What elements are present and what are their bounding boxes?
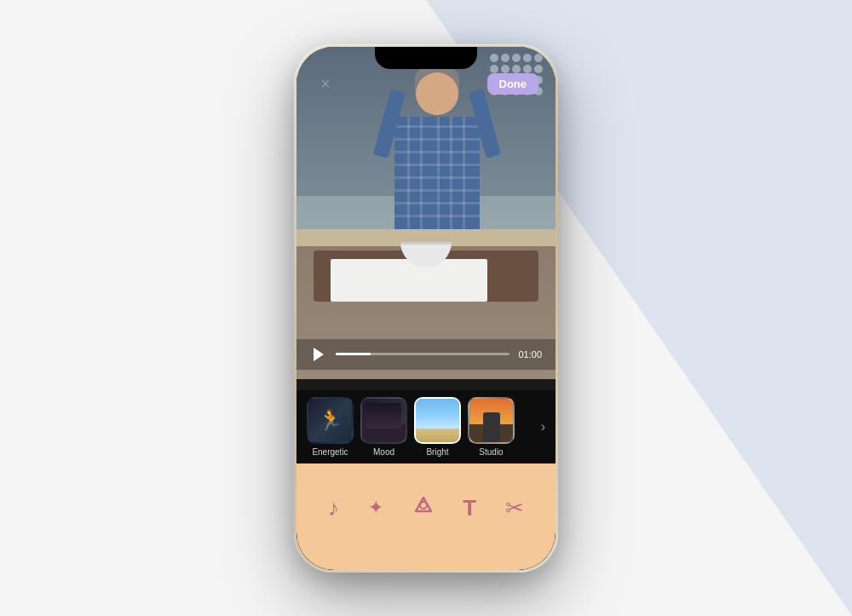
music-icon: ♪ (328, 495, 339, 521)
paper (331, 259, 487, 302)
filter-bright[interactable]: Bright (414, 397, 461, 457)
filters-row: 🏃 Energetic Mood (296, 390, 556, 463)
progress-track[interactable] (336, 353, 509, 355)
time-display: 01:00 (518, 349, 542, 360)
video-preview (296, 47, 556, 379)
phone-frame: × Done (294, 44, 558, 573)
music-button[interactable]: ♪ (328, 495, 339, 521)
filter-bright-thumb (414, 397, 461, 444)
filter-studio[interactable]: Studio (468, 397, 515, 457)
sparkles-button[interactable]: ✦ (368, 497, 383, 519)
play-button[interactable] (310, 346, 327, 363)
filter-energetic-thumb: 🏃 (307, 397, 354, 444)
filter-studio-thumb (468, 397, 515, 444)
filter-studio-label: Studio (479, 447, 503, 457)
filters-next-arrow[interactable]: › (541, 419, 545, 435)
video-frame (296, 47, 556, 379)
bottom-toolbar: ♪ ✦ T (296, 463, 556, 570)
person-body (394, 117, 480, 245)
filter-mood-thumb (360, 397, 407, 444)
scissors-icon: ✂ (505, 495, 524, 521)
filter-mood[interactable]: Mood (360, 397, 407, 457)
text-button[interactable]: T (463, 495, 476, 521)
svg-marker-0 (314, 348, 324, 361)
top-bar: × Done (296, 72, 556, 96)
sparkles-icon: ✦ (368, 497, 383, 519)
close-button[interactable]: × (314, 72, 337, 96)
filter-energetic-label: Energetic (312, 447, 348, 457)
phone-outer-shell: × Done (294, 44, 558, 573)
app-screen: × Done (296, 47, 556, 570)
svg-point-1 (420, 502, 427, 509)
phone-screen: × Done (296, 47, 556, 570)
jumper-icon: 🏃 (318, 408, 343, 432)
phone-notch (375, 47, 477, 69)
sticker-icon (412, 494, 435, 522)
filter-energetic[interactable]: 🏃 Energetic (307, 397, 354, 457)
done-button[interactable]: Done (487, 73, 539, 95)
playback-bar: 01:00 (296, 339, 556, 370)
text-icon: T (463, 495, 476, 521)
trim-button[interactable]: ✂ (505, 495, 524, 521)
filter-bright-label: Bright (426, 447, 448, 457)
sticker-button[interactable] (412, 494, 435, 522)
filter-mood-label: Mood (373, 447, 394, 457)
progress-filled (336, 353, 371, 355)
